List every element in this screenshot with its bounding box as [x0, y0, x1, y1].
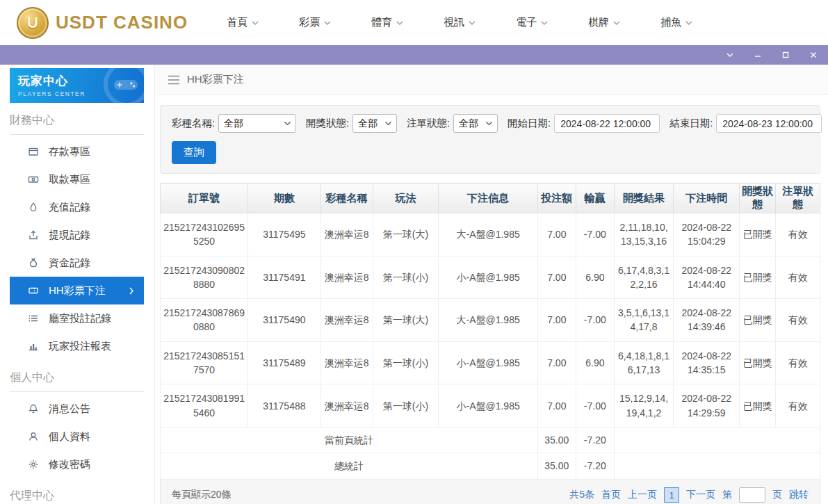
chevron-down-icon — [284, 122, 291, 125]
cell-win-loss: -7.00 — [576, 384, 614, 428]
cell-play: 第一球(大) — [373, 213, 439, 257]
nav-item-slots[interactable]: 電子 — [516, 16, 548, 29]
jump-link[interactable]: 跳转 — [789, 489, 809, 501]
cell-bet-status: 有效 — [776, 213, 820, 257]
sidebar-item-recharge-records[interactable]: 充值記錄 — [10, 193, 144, 221]
sidebar-item-label: 個人資料 — [49, 430, 90, 444]
cell-period: 31175491 — [248, 256, 320, 299]
menu-icon[interactable] — [168, 75, 180, 85]
table-row: 2152172431026955250 31175495 澳洲幸运8 第一球(大… — [161, 213, 820, 257]
sidebar-item-label: 取款專區 — [49, 173, 90, 186]
lottery-name-label: 彩種名稱: — [172, 117, 215, 130]
page-summary-row: 當前頁統計 35.00 -7.20 — [161, 427, 820, 453]
first-page-link[interactable]: 首页 — [601, 489, 621, 501]
upload-icon — [28, 229, 39, 241]
jump-label-post: 页 — [772, 489, 782, 501]
nav-item-label: 首頁 — [227, 16, 247, 29]
table-row: 2152172430851517570 31175489 澳洲幸运8 第一球(小… — [161, 341, 820, 384]
current-page[interactable]: 1 — [664, 487, 679, 503]
close-button[interactable] — [809, 50, 818, 60]
end-date-input[interactable] — [716, 114, 822, 133]
nav-item-label: 捕魚 — [660, 16, 681, 29]
chevron-down-icon — [385, 122, 391, 125]
chevron-right-icon — [129, 287, 134, 295]
jump-label-pre: 第 — [722, 489, 732, 501]
logo-coin-icon: U — [17, 7, 49, 39]
cell-result: 2,11,18,10,13,15,3,16 — [614, 213, 673, 257]
chevron-down-icon — [613, 21, 620, 25]
cell-amount: 7.00 — [537, 256, 576, 299]
nav-item-home[interactable]: 首頁 — [227, 16, 259, 29]
cell-draw-status: 已開獎 — [740, 256, 776, 299]
cell-draw-status: 已開獎 — [740, 341, 776, 384]
total-count: 共5条 — [569, 489, 594, 501]
grand-summary-row: 總統計 35.00 -7.20 — [161, 453, 820, 479]
cell-bet-info: 小-A盤@1.985 — [439, 384, 537, 428]
bet-status-select[interactable]: 全部 — [453, 114, 498, 133]
next-page-link[interactable]: 下一页 — [686, 489, 715, 501]
select-value: 全部 — [224, 117, 243, 130]
start-date-input[interactable] — [554, 114, 660, 133]
cell-play: 第一球(小) — [373, 341, 439, 384]
cell-period: 31175495 — [248, 213, 320, 257]
sidebar-item-withdraw[interactable]: 取款專區 — [10, 165, 144, 193]
sidebar-item-profile[interactable]: 個人資料 — [10, 423, 144, 450]
search-button[interactable]: 查詢 — [172, 141, 216, 164]
sidebar-item-withdrawal-records[interactable]: 提現記錄 — [10, 221, 144, 249]
sidebar-item-announcements[interactable]: 消息公告 — [10, 395, 144, 423]
nav-item-sports[interactable]: 體育 — [371, 16, 403, 29]
chevron-down-icon — [726, 51, 734, 59]
sidebar-item-hall-bet-records[interactable]: 廳室投註記錄 — [10, 304, 144, 332]
minimize-icon — [754, 51, 762, 59]
nav-item-label: 視訊 — [444, 16, 464, 29]
sidebar-item-label: HH彩票下注 — [49, 284, 106, 298]
bet-status-label: 注單狀態: — [407, 117, 450, 130]
sidebar-item-hh-lottery-bets[interactable]: HH彩票下注 — [10, 277, 144, 304]
chevron-down-icon — [541, 21, 548, 25]
sidebar-item-player-bet-report[interactable]: 玩家投注報表 — [10, 332, 144, 360]
cell-bet-status: 有效 — [776, 341, 820, 384]
table-header-row: 訂單號 期數 彩種名稱 玩法 下注信息 投注額 輸贏 開獎結果 下注時間 開獎狀… — [161, 184, 820, 213]
nav-item-label: 體育 — [371, 16, 392, 29]
prev-page-link[interactable]: 上一页 — [628, 489, 657, 501]
nav-item-video[interactable]: 視訊 — [444, 16, 476, 29]
select-value: 全部 — [358, 117, 378, 130]
nav-item-lottery[interactable]: 彩票 — [299, 16, 331, 29]
draw-status-select[interactable]: 全部 — [352, 114, 397, 133]
cell-bet-time: 2024-08-22 15:04:29 — [674, 213, 740, 257]
page-jump-input[interactable] — [739, 487, 765, 503]
grand-summary-winloss: -7.20 — [576, 453, 614, 479]
nav-item-label: 彩票 — [299, 16, 320, 29]
cell-bet-time: 2024-08-22 14:39:46 — [674, 299, 740, 342]
nav-item-fishing[interactable]: 捕魚 — [660, 16, 692, 29]
cell-lottery: 澳洲幸运8 — [320, 384, 373, 428]
cell-bet-status: 有效 — [776, 256, 820, 299]
cell-bet-info: 小-A盤@1.985 — [439, 341, 537, 384]
cell-lottery: 澳洲幸运8 — [320, 341, 373, 384]
col-bet-status: 注單狀態 — [776, 184, 820, 213]
chevron-down-icon — [469, 21, 476, 25]
cell-lottery: 澳洲幸运8 — [320, 256, 373, 299]
maximize-button[interactable] — [781, 50, 790, 60]
window-chevron-button[interactable] — [725, 50, 735, 60]
cell-result: 6,4,18,1,8,16,17,13 — [614, 341, 673, 384]
cell-bet-status: 有效 — [776, 384, 820, 428]
minimize-button[interactable] — [753, 50, 763, 60]
grand-summary-empty — [614, 453, 820, 479]
main-nav: 首頁 彩票 體育 視訊 電子 棋牌 捕魚 — [227, 16, 692, 29]
cell-order-no: 2152172430878690880 — [161, 299, 248, 342]
chevron-down-icon — [252, 21, 259, 25]
cell-win-loss: 6.90 — [576, 256, 614, 299]
nav-item-label: 棋牌 — [588, 16, 609, 29]
sidebar-item-label: 消息公告 — [49, 403, 90, 416]
sidebar-item-deposit[interactable]: 存款專區 — [10, 138, 144, 165]
sidebar-item-funds-records[interactable]: 資金記錄 — [10, 249, 144, 277]
draw-status-label: 開獎狀態: — [306, 117, 349, 130]
sidebar-item-change-password[interactable]: 修改密碼 — [10, 450, 144, 478]
lottery-name-select[interactable]: 全部 — [218, 114, 296, 133]
col-period: 期數 — [248, 184, 320, 213]
window-titlebar — [0, 45, 828, 65]
sidebar: 玩家中心 PLAYERS CENTER 財務中心 存款專區 取款專區 充值記錄 … — [0, 65, 155, 504]
nav-item-cards[interactable]: 棋牌 — [588, 16, 620, 29]
cell-bet-status: 有效 — [776, 299, 820, 342]
